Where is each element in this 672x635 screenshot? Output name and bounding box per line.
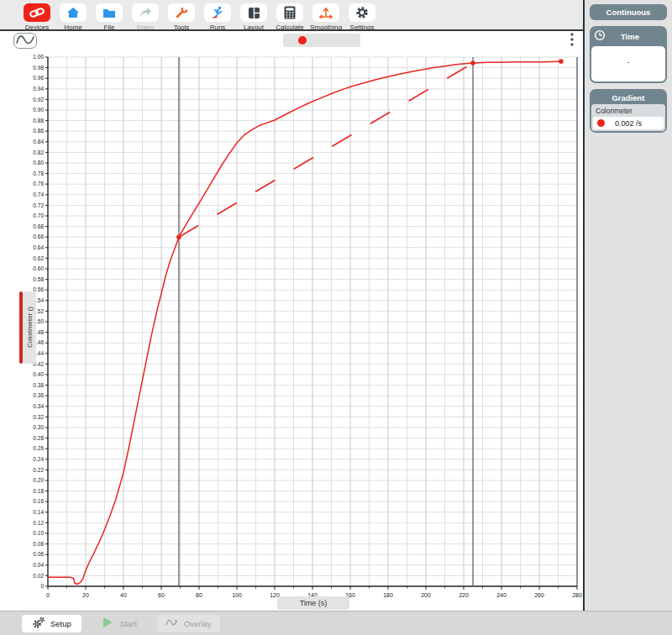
toolbar-button-file[interactable]: File: [92, 3, 126, 31]
time-value-box: -: [591, 46, 665, 81]
app-window: Devices Home File Share Tools: [0, 0, 672, 635]
y-tick-label: 0.22: [33, 467, 44, 473]
graph-options-menu-button[interactable]: [568, 33, 576, 49]
y-axis-label-box[interactable]: Colorimeter (): [19, 291, 36, 364]
y-tick-label: 0.66: [33, 234, 44, 239]
gears-icon: [32, 617, 45, 631]
runner-icon: [204, 3, 231, 22]
play-icon: [102, 617, 113, 630]
y-tick-label: 0.06: [33, 551, 44, 557]
y-tick-label: 0.14: [33, 509, 44, 515]
toolbar-button-devices[interactable]: Devices: [20, 3, 54, 31]
y-tick-label: 0.64: [33, 244, 44, 250]
y-tick-label: 0.58: [33, 276, 44, 282]
toolbar-label: File: [104, 24, 115, 31]
meters-sidebar: Continuous Time - Gradient Colorimeter 0…: [583, 0, 672, 611]
y-tick-label: 0.80: [33, 160, 44, 165]
y-tick-label: 0.94: [33, 86, 44, 92]
y-tick-label: 0.08: [33, 541, 44, 547]
y-tick-label: 0.62: [33, 255, 44, 261]
collection-mode-badge[interactable]: Continuous: [590, 4, 667, 20]
time-card-title: Time: [606, 32, 663, 41]
toolbar-button-layout[interactable]: Layout: [237, 3, 270, 31]
home-icon: [60, 3, 87, 22]
y-tick-label: 0.12: [33, 520, 44, 526]
time-value: -: [591, 58, 665, 66]
gradient-meter-card[interactable]: Gradient Colorimeter 0.002 /s: [590, 89, 667, 133]
x-tick-label: 60: [158, 592, 165, 598]
toolbar-button-home[interactable]: Home: [56, 3, 90, 31]
y-tick-label: 1.00: [33, 54, 44, 60]
y-tick-label: 0: [40, 583, 44, 589]
graph-toolbar: [0, 31, 583, 50]
x-tick-label: 20: [82, 592, 89, 598]
y-tick-label: 0.04: [33, 562, 44, 568]
toolbar-button-settings[interactable]: Settings: [345, 3, 379, 31]
toolbar-button-smoothing[interactable]: Smoothing: [309, 3, 343, 31]
y-tick-label: 0.34: [33, 403, 44, 409]
gradient-value-row: 0.002 /s: [593, 117, 664, 129]
y-axis-label[interactable]: Colorimeter (): [23, 291, 36, 364]
run-indicator-dot[interactable]: [298, 36, 307, 45]
colorimeter-time-graph[interactable]: 00.020.040.060.080.100.120.140.160.180.2…: [0, 50, 583, 611]
wrench-icon: [168, 3, 195, 22]
y-tick-label: 0.92: [33, 97, 44, 102]
graph-header-slider[interactable]: [283, 34, 360, 47]
gradient-channel-label: Colorimeter: [593, 106, 664, 116]
data-point-marker: [470, 60, 475, 66]
toolbar-button-runs[interactable]: Runs: [201, 3, 234, 31]
x-tick-label: 260: [534, 592, 544, 598]
x-tick-label: 40: [120, 592, 127, 598]
y-tick-label: 0.74: [33, 192, 44, 197]
data-point-marker: [559, 59, 564, 64]
y-tick-label: 0.24: [33, 456, 44, 462]
y-tick-label: 0.16: [33, 498, 44, 504]
y-tick-label: 0.18: [33, 488, 44, 494]
toolbar-label: Smoothing: [310, 24, 342, 31]
setup-button[interactable]: Setup: [22, 615, 81, 632]
gear-icon: [349, 3, 375, 22]
kebab-menu-icon: [570, 32, 575, 50]
series-color-dot: [597, 119, 605, 127]
overlay-label: Overlay: [184, 619, 212, 628]
main-toolbar: Devices Home File Share Tools: [0, 0, 583, 31]
x-tick-label: 240: [496, 592, 507, 598]
y-tick-label: 0.70: [33, 213, 44, 218]
start-button[interactable]: Start: [95, 617, 144, 630]
toolbar-label: Tools: [174, 24, 190, 31]
y-tick-label: 0.68: [33, 223, 44, 229]
data-curve: [48, 61, 561, 585]
toolbar-label: Settings: [350, 24, 375, 31]
clock-icon: [594, 29, 606, 43]
sine-wave-icon: [15, 33, 35, 50]
y-tick-label: 0.32: [33, 414, 44, 420]
x-tick-label: 80: [196, 592, 202, 598]
toolbar-label: Layout: [244, 24, 264, 31]
x-tick-label: 280: [572, 592, 582, 598]
x-tick-label: 100: [232, 592, 242, 598]
toolbar-button-tools[interactable]: Tools: [165, 3, 198, 31]
y-tick-label: 0.96: [33, 75, 44, 81]
y-tick-label: 0.86: [33, 128, 44, 134]
share-arrow-icon: [132, 3, 159, 22]
overlay-button[interactable]: Overlay: [157, 615, 220, 632]
gradient-card-title: Gradient: [591, 91, 665, 104]
y-tick-label: 0.78: [33, 171, 44, 176]
y-tick-label: 0.36: [33, 392, 44, 398]
toolbar-label: Runs: [210, 24, 226, 31]
y-tick-label: 0.30: [33, 424, 44, 430]
x-axis-label[interactable]: Time (s): [277, 596, 349, 610]
toolbar-button-share[interactable]: Share: [129, 3, 162, 31]
x-tick-label: 180: [383, 592, 393, 598]
graph-type-button[interactable]: [13, 33, 37, 49]
y-tick-label: 0.82: [33, 150, 44, 155]
x-tick-label: 220: [459, 592, 469, 598]
toolbar-label: Share: [136, 24, 154, 31]
y-tick-label: 0.38: [33, 382, 44, 388]
y-tick-label: 0.02: [33, 573, 44, 579]
time-card-header: Time: [591, 28, 665, 45]
time-meter-card[interactable]: Time -: [590, 26, 667, 83]
x-tick-label: 0: [46, 592, 50, 598]
y-tick-label: 0.60: [33, 265, 44, 271]
toolbar-button-calculate[interactable]: Calculate: [273, 3, 307, 31]
